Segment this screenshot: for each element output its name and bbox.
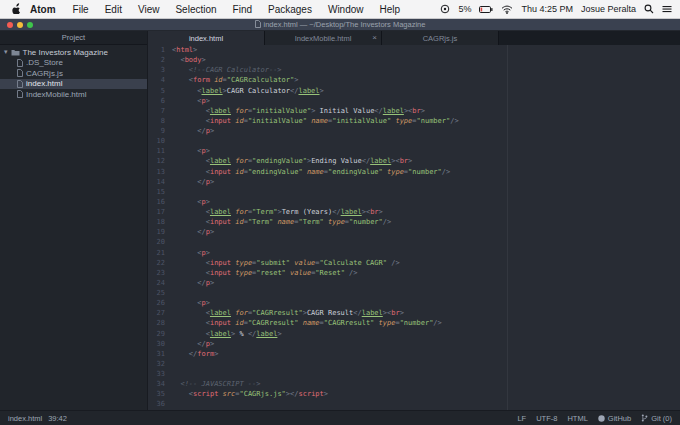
editor-pane: index.htmlIndexMobile.html×CAGRjs.js 123… — [148, 31, 680, 410]
code-line[interactable]: <input type="reset" value="Reset" /> — [172, 268, 680, 278]
code-line[interactable]: <body> — [172, 55, 680, 65]
code-line[interactable]: </form> — [172, 349, 680, 359]
code-line[interactable] — [172, 359, 680, 369]
cursor-position[interactable]: 39:42 — [48, 414, 67, 423]
code-line[interactable]: <label for="endingValue">Ending Value</l… — [172, 156, 680, 166]
menubar-user[interactable]: Josue Peralta — [581, 4, 636, 14]
github-status[interactable]: GitHub — [598, 414, 631, 423]
project-panel-header[interactable]: Project — [0, 31, 147, 45]
window-title-text: index.html — ~/Desktop/The Investors Mag… — [264, 20, 426, 29]
menu-item-selection[interactable]: Selection — [167, 4, 224, 15]
spotlight-icon[interactable] — [644, 4, 654, 14]
code-line[interactable]: </p> — [172, 227, 680, 237]
code-line[interactable]: <label for="Term">Term (Years)</label><b… — [172, 207, 680, 217]
code-line[interactable] — [172, 399, 680, 409]
status-circle-icon[interactable] — [440, 4, 450, 14]
menu-item-help[interactable]: Help — [372, 4, 409, 15]
code-line[interactable]: <p> — [172, 197, 680, 207]
menu-item-window[interactable]: Window — [320, 4, 372, 15]
code-line[interactable]: <input id="CAGRresult" name="CAGRresult"… — [172, 318, 680, 328]
tree-file[interactable]: IndexMobile.html — [0, 89, 147, 100]
code-line[interactable]: </p> — [172, 278, 680, 288]
code-line[interactable]: <input id="Term" name="Term" type="numbe… — [172, 217, 680, 227]
minimize-window-button[interactable] — [17, 22, 23, 28]
code-line[interactable]: <label>CAGR Calculator</label> — [172, 86, 680, 96]
code-line[interactable]: <p> — [172, 146, 680, 156]
tab-close-icon[interactable]: × — [372, 34, 377, 42]
line-number: 14 — [148, 177, 165, 187]
code-line[interactable]: <script src="CAGRjs.js"></script> — [172, 389, 680, 399]
tab-CAGRjs.js[interactable]: CAGRjs.js — [382, 31, 499, 45]
code-line[interactable]: <p> — [172, 298, 680, 308]
code-line[interactable] — [172, 369, 680, 379]
battery-icon[interactable] — [479, 6, 493, 13]
code-lines[interactable]: <html> <body> <!--CAGR Calculator--> <fo… — [172, 45, 680, 410]
code-line[interactable] — [172, 136, 680, 146]
root-folder-name: The Investors Magazine — [23, 48, 108, 57]
code-line[interactable] — [172, 187, 680, 197]
statusbar-item-utf-8[interactable]: UTF-8 — [536, 414, 557, 423]
code-line[interactable]: <p> — [172, 248, 680, 258]
active-app-menu[interactable]: Atom — [30, 4, 65, 15]
apple-menu[interactable] — [8, 2, 30, 16]
notification-center-icon[interactable] — [662, 5, 672, 13]
code-line[interactable]: </p> — [172, 177, 680, 187]
tree-file[interactable]: .DS_Store — [0, 58, 147, 69]
code-line[interactable] — [172, 288, 680, 298]
zoom-window-button[interactable] — [27, 22, 33, 28]
line-number: 5 — [148, 86, 165, 96]
file-tree: ▾ The Investors Magazine .DS_StoreCAGRjs… — [0, 45, 147, 410]
menu-item-edit[interactable]: Edit — [97, 4, 130, 15]
code-line[interactable]: </p> — [172, 339, 680, 349]
file-name: index.html — [26, 79, 62, 88]
menubar-clock[interactable]: Thu 4:25 PM — [521, 4, 573, 14]
line-number: 19 — [148, 227, 165, 237]
code-line[interactable]: <input id="initialValue" name="initialVa… — [172, 116, 680, 126]
tree-file[interactable]: CAGRjs.js — [0, 68, 147, 79]
window-titlebar[interactable]: index.html — ~/Desktop/The Investors Mag… — [0, 19, 680, 31]
atom-window: index.html — ~/Desktop/The Investors Mag… — [0, 19, 680, 425]
tab-IndexMobile.html[interactable]: IndexMobile.html× — [265, 31, 382, 45]
code-line[interactable]: <label> % </label> — [172, 329, 680, 339]
text-editor[interactable]: 1234567891011121314151617181920212223242… — [148, 45, 680, 410]
code-line[interactable]: <input type="submit" value="Calculate CA… — [172, 258, 680, 268]
code-line[interactable]: <label for="initialValue"> Initial Value… — [172, 106, 680, 116]
statusbar-filename[interactable]: index.html — [8, 414, 42, 423]
file-icon — [17, 69, 23, 77]
statusbar-item-lf[interactable]: LF — [517, 414, 526, 423]
apple-icon — [11, 2, 21, 16]
line-number: 27 — [148, 308, 165, 318]
close-window-button[interactable] — [7, 22, 13, 28]
statusbar-item-html[interactable]: HTML — [567, 414, 587, 423]
code-line[interactable]: <html> — [172, 45, 680, 55]
menu-item-view[interactable]: View — [130, 4, 168, 15]
tree-root-folder[interactable]: ▾ The Investors Magazine — [0, 47, 147, 58]
line-number: 20 — [148, 237, 165, 247]
code-line[interactable]: <label for="CAGRresult">CAGR Result</lab… — [172, 308, 680, 318]
code-line[interactable] — [172, 237, 680, 247]
code-line[interactable]: <p> — [172, 96, 680, 106]
menu-item-packages[interactable]: Packages — [260, 4, 320, 15]
line-number: 18 — [148, 217, 165, 227]
line-number: 29 — [148, 329, 165, 339]
line-number: 35 — [148, 389, 165, 399]
tree-file[interactable]: index.html — [0, 79, 147, 90]
code-line[interactable]: <!--CAGR Calculator--> — [172, 65, 680, 75]
wrap-guide — [507, 45, 508, 410]
file-name: IndexMobile.html — [26, 90, 86, 99]
tab-index.html[interactable]: index.html — [148, 31, 265, 45]
code-line[interactable]: <input id="endingValue" name="endingValu… — [172, 167, 680, 177]
github-icon — [598, 415, 605, 422]
file-icon — [17, 59, 23, 67]
file-name: .DS_Store — [26, 58, 63, 67]
wifi-icon[interactable] — [501, 5, 513, 14]
code-line[interactable]: <form id="CAGRcalculator"> — [172, 75, 680, 85]
code-line[interactable]: </p> — [172, 126, 680, 136]
chevron-down-icon[interactable]: ▾ — [4, 48, 8, 56]
git-status[interactable]: Git (0) — [641, 414, 672, 423]
menu-item-file[interactable]: File — [65, 4, 97, 15]
code-line[interactable]: <!-- JAVASCRIPT --> — [172, 379, 680, 389]
line-number: 23 — [148, 268, 165, 278]
line-number: 26 — [148, 298, 165, 308]
menu-item-find[interactable]: Find — [225, 4, 260, 15]
